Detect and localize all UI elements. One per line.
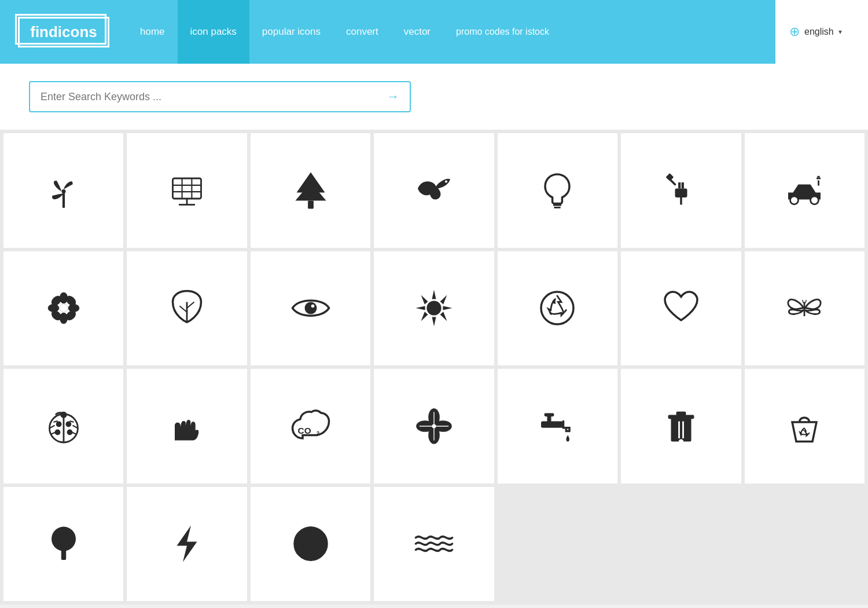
icon-grid-row1: CO 2 (0, 130, 868, 487)
icon-leaf[interactable] (127, 251, 247, 366)
icon-lightning[interactable] (127, 487, 247, 602)
svg-line-65 (53, 421, 57, 422)
nav-popular-icons[interactable]: popular icons (249, 0, 333, 64)
svg-point-58 (67, 429, 72, 435)
language-selector[interactable]: ⊕ english ▾ (775, 0, 868, 64)
search-section: → (0, 64, 868, 130)
svg-rect-20 (665, 173, 674, 181)
svg-point-35 (60, 304, 68, 312)
icon-four-leaf[interactable] (374, 369, 494, 484)
icon-butterfly[interactable] (745, 251, 865, 366)
svg-point-82 (679, 439, 683, 444)
icon-tree[interactable] (3, 487, 123, 602)
icon-ladybug[interactable] (3, 369, 123, 484)
icon-trash-bin[interactable] (621, 369, 741, 484)
language-label: english (804, 27, 834, 37)
icon-recycle-bag[interactable] (745, 369, 865, 484)
svg-point-41 (426, 301, 441, 316)
svg-text:CO: CO (297, 425, 311, 435)
svg-rect-16 (678, 182, 681, 189)
svg-rect-17 (682, 182, 684, 189)
svg-line-63 (50, 432, 55, 434)
nav-vector[interactable]: vector (391, 0, 443, 64)
svg-point-56 (65, 421, 71, 427)
nav-icon-packs[interactable]: icon packs (178, 0, 249, 64)
svg-point-40 (311, 305, 314, 308)
svg-rect-79 (671, 418, 691, 442)
svg-line-37 (180, 306, 187, 313)
icon-solar-panel[interactable] (127, 133, 247, 248)
icon-pine-tree[interactable] (251, 133, 370, 248)
svg-point-12 (445, 180, 447, 182)
svg-rect-0 (62, 192, 65, 208)
svg-rect-11 (308, 200, 314, 208)
svg-rect-78 (545, 413, 554, 416)
search-submit-icon[interactable]: → (387, 89, 399, 104)
svg-rect-81 (676, 412, 686, 416)
svg-line-66 (69, 421, 73, 422)
svg-marker-43 (432, 317, 436, 327)
svg-marker-45 (443, 306, 452, 310)
svg-point-75 (432, 424, 436, 428)
icon-globe[interactable] (251, 487, 370, 602)
svg-rect-76 (541, 421, 564, 427)
svg-line-64 (72, 432, 76, 434)
icon-plug[interactable] (621, 133, 741, 248)
logo-area[interactable]: findicons (0, 0, 127, 64)
svg-text:2: 2 (316, 430, 319, 436)
logo-text: findicons (30, 23, 97, 41)
empty-cell-1 (498, 487, 617, 602)
svg-marker-46 (421, 295, 428, 305)
svg-rect-2 (173, 178, 201, 199)
icon-eye[interactable] (251, 251, 370, 366)
svg-point-21 (790, 196, 799, 204)
svg-line-52 (803, 300, 804, 303)
svg-line-38 (187, 302, 194, 309)
svg-point-55 (56, 421, 61, 427)
main-nav: home icon packs popular icons convert ve… (127, 0, 775, 64)
svg-marker-48 (421, 312, 428, 321)
svg-rect-86 (61, 550, 66, 561)
svg-point-1 (61, 189, 65, 193)
icon-recycle[interactable] (498, 251, 617, 366)
icon-waves[interactable] (374, 487, 494, 602)
nav-promo[interactable]: promo codes for istock (443, 0, 775, 64)
svg-marker-44 (415, 306, 425, 310)
icon-electric-car[interactable] (745, 133, 865, 248)
empty-cell-3 (745, 487, 865, 602)
nav-home[interactable]: home (127, 0, 178, 64)
icon-hand[interactable] (127, 369, 247, 484)
svg-marker-42 (432, 290, 436, 299)
icon-faucet[interactable] (498, 369, 617, 484)
svg-point-85 (52, 527, 76, 551)
logo-box: findicons (18, 17, 109, 47)
svg-marker-49 (440, 312, 447, 321)
icon-co2[interactable]: CO 2 (251, 369, 370, 484)
search-box: → (29, 81, 411, 112)
svg-point-39 (304, 302, 317, 314)
svg-marker-87 (177, 526, 197, 562)
search-input[interactable] (41, 91, 387, 103)
icon-light-bulb[interactable] (498, 133, 617, 248)
icon-heart[interactable] (621, 251, 741, 366)
svg-rect-15 (675, 188, 687, 197)
svg-point-22 (811, 196, 819, 204)
icon-flower[interactable] (3, 251, 123, 366)
icon-grid-row4 (0, 487, 868, 605)
globe-icon: ⊕ (789, 24, 800, 39)
chevron-down-icon: ▾ (838, 28, 842, 36)
empty-cell-2 (621, 487, 741, 602)
svg-point-57 (54, 429, 60, 435)
icon-wind-turbine[interactable] (3, 133, 123, 248)
svg-line-53 (806, 300, 807, 303)
nav-convert[interactable]: convert (333, 0, 391, 64)
icon-sun[interactable] (374, 251, 494, 366)
icon-bird[interactable] (374, 133, 494, 248)
svg-marker-47 (440, 295, 447, 305)
svg-point-60 (60, 412, 67, 418)
